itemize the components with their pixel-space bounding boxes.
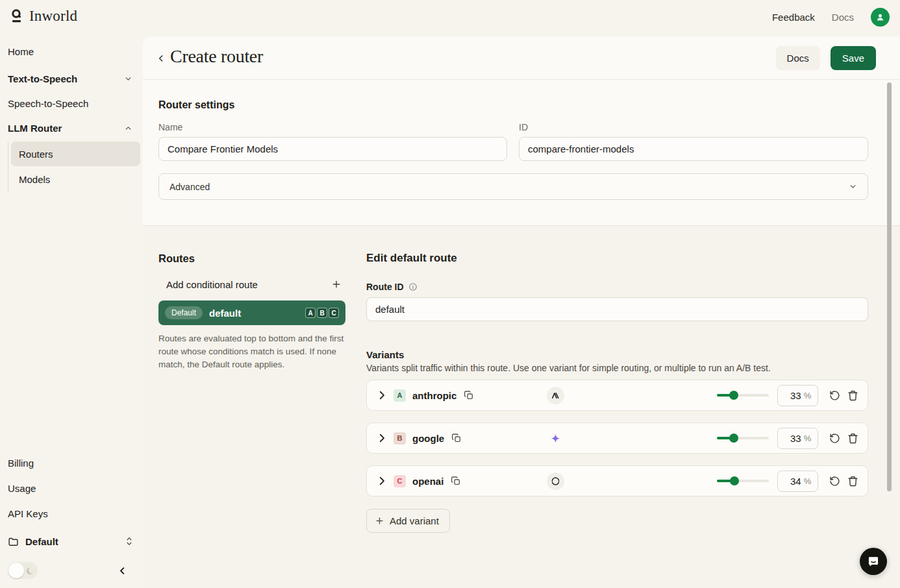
openai-logo-icon: [547, 472, 564, 490]
docs-button[interactable]: Docs: [776, 46, 820, 70]
route-name: default: [209, 308, 305, 319]
delete-variant-button[interactable]: [847, 390, 858, 401]
delete-variant-button[interactable]: [847, 476, 858, 487]
workspace-selector[interactable]: Default: [0, 531, 143, 552]
reset-weight-button[interactable]: [829, 476, 840, 487]
topbar-docs-link[interactable]: Docs: [832, 12, 854, 23]
page-header: Create router Docs Save: [143, 36, 900, 80]
sidebar-item-api-keys[interactable]: API Keys: [0, 505, 143, 522]
variant-row-google: B google: [366, 423, 868, 454]
variant-badge-a: A: [305, 308, 316, 318]
sidebar-item-text-to-speech[interactable]: Text-to-Speech: [0, 70, 143, 87]
variant-letter-badge: A: [394, 389, 406, 402]
variants-description: Variants split traffic within this route…: [366, 363, 771, 373]
theme-toggle-knob: [8, 563, 24, 578]
plus-icon: [331, 279, 342, 289]
sidebar-item-label: Models: [19, 174, 50, 185]
inworld-logo[interactable]: Inworld: [10, 8, 77, 25]
percent-field: %: [777, 385, 818, 406]
reset-weight-button[interactable]: [829, 390, 840, 401]
llm-router-submenu: Routers Models: [8, 141, 140, 192]
back-chevron-icon: [156, 54, 166, 63]
sidebar-item-speech-to-speech[interactable]: Speech-to-Speech: [0, 95, 143, 112]
sidebar-item-label: LLM Router: [8, 123, 62, 134]
expand-chevron-icon[interactable]: [376, 475, 388, 487]
sidebar-item-models[interactable]: Models: [11, 167, 140, 191]
percent-symbol: %: [804, 391, 812, 400]
plus-icon: [375, 516, 384, 526]
main-content: Create router Docs Save Router settings …: [143, 36, 900, 588]
sidebar-item-label: Text-to-Speech: [8, 73, 77, 84]
percent-input[interactable]: [784, 476, 801, 487]
router-name-input[interactable]: [158, 137, 507, 161]
trash-icon: [847, 433, 858, 444]
folder-icon: [8, 536, 19, 547]
vertical-scrollbar[interactable]: [887, 82, 892, 491]
collapse-sidebar-icon[interactable]: [118, 566, 127, 576]
chat-launcher-button[interactable]: [860, 548, 887, 575]
top-bar: Inworld Feedback Docs: [0, 0, 900, 36]
sidebar-item-label: Routers: [19, 149, 53, 160]
sidebar-item-routers[interactable]: Routers: [11, 141, 140, 166]
user-avatar[interactable]: [871, 8, 890, 27]
variants-heading: Variants: [366, 349, 404, 360]
percent-symbol: %: [804, 476, 812, 486]
edit-route-heading: Edit default route: [366, 252, 457, 265]
sidebar-item-billing[interactable]: Billing: [0, 454, 143, 471]
add-variant-button[interactable]: Add variant: [366, 509, 450, 533]
chat-bubble-icon: [867, 555, 880, 568]
reset-weight-button[interactable]: [829, 433, 840, 444]
routes-section: Routes Add conditional route Default def…: [143, 225, 900, 588]
route-id-label: Route ID: [366, 282, 404, 292]
slider-thumb[interactable]: [729, 434, 738, 443]
id-label: ID: [519, 122, 528, 132]
variant-name: google: [412, 433, 444, 444]
traffic-slider[interactable]: [717, 476, 769, 485]
sidebar-item-home[interactable]: Home: [0, 43, 143, 60]
variant-name: openai: [412, 476, 444, 487]
route-item-default[interactable]: Default default A B C: [158, 300, 345, 325]
traffic-slider[interactable]: [717, 391, 769, 400]
slider-thumb[interactable]: [730, 476, 739, 485]
percent-input[interactable]: [784, 433, 801, 444]
moon-icon: [25, 567, 34, 575]
back-button[interactable]: [153, 51, 169, 66]
slider-thumb[interactable]: [729, 391, 738, 400]
variant-row-openai: C openai: [366, 465, 868, 496]
copy-icon[interactable]: [464, 390, 474, 400]
expand-chevron-icon[interactable]: [376, 389, 388, 401]
theme-toggle[interactable]: [8, 562, 38, 579]
percent-field: %: [777, 428, 818, 449]
traffic-slider[interactable]: [717, 434, 769, 443]
percent-input[interactable]: [784, 390, 801, 401]
chevron-down-icon: [849, 182, 857, 191]
chevron-down-icon: [124, 75, 132, 83]
advanced-accordion[interactable]: Advanced: [158, 173, 868, 200]
expand-chevron-icon[interactable]: [376, 432, 388, 444]
sidebar-item-label: Billing: [8, 458, 34, 469]
save-button[interactable]: Save: [831, 46, 876, 70]
anthropic-logo-icon: [547, 387, 564, 404]
chevron-up-down-icon: [125, 536, 134, 546]
sidebar-item-llm-router[interactable]: LLM Router: [0, 119, 143, 136]
variant-badge-b: B: [317, 308, 327, 318]
delete-variant-button[interactable]: [847, 433, 858, 444]
inworld-logo-icon: [10, 8, 23, 25]
sidebar-item-label: Usage: [8, 483, 36, 494]
reset-icon: [829, 476, 840, 487]
route-id-input[interactable]: [366, 297, 868, 321]
workspace-name: Default: [25, 536, 125, 547]
copy-icon[interactable]: [451, 433, 462, 443]
feedback-link[interactable]: Feedback: [772, 12, 815, 23]
router-id-input[interactable]: [519, 137, 868, 161]
percent-symbol: %: [804, 434, 812, 443]
copy-icon[interactable]: [451, 476, 461, 486]
add-conditional-route-button[interactable]: Add conditional route: [158, 274, 345, 295]
reset-icon: [829, 433, 840, 444]
info-icon[interactable]: [408, 282, 418, 291]
reset-icon: [829, 390, 840, 401]
chevron-up-icon: [124, 124, 132, 132]
sidebar-item-usage[interactable]: Usage: [0, 480, 143, 496]
variant-row-anthropic: A anthropic %: [366, 380, 868, 411]
routes-description: Routes are evaluated top to bottom and t…: [158, 332, 347, 371]
